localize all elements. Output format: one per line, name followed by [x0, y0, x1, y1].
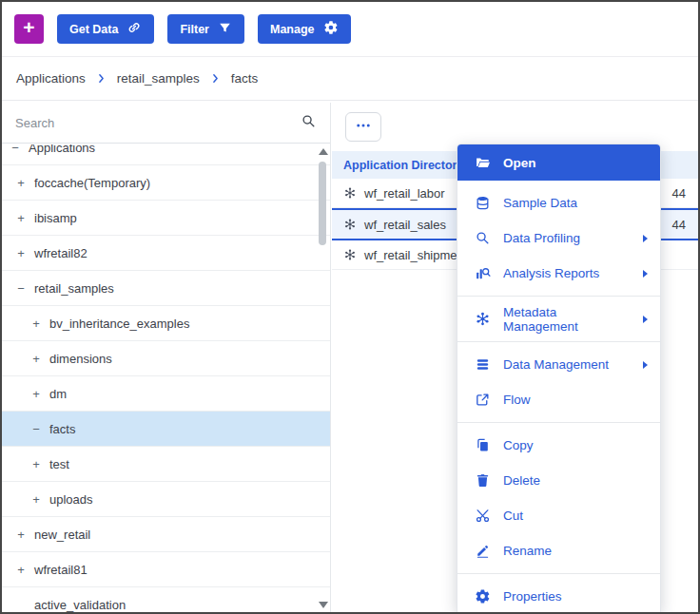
tree-item-bv-inheritance-examples[interactable]: +bv_inheritance_examples: [2, 306, 330, 341]
chart-search-icon: [475, 265, 491, 281]
tree-item-facts[interactable]: −facts: [2, 412, 330, 447]
expand-icon[interactable]: +: [29, 492, 43, 507]
expand-icon[interactable]: +: [29, 457, 43, 471]
menu-item-label: Metadata Management: [503, 305, 631, 334]
add-button[interactable]: +: [14, 14, 44, 44]
manage-button[interactable]: Manage: [258, 14, 351, 44]
tree-item-label: dimensions: [49, 352, 112, 366]
manage-label: Manage: [270, 23, 315, 36]
row-meta: 44: [672, 186, 686, 201]
breadcrumb: Applications retail_samples facts: [2, 57, 698, 101]
tree-item-label: uploads: [49, 492, 93, 507]
expand-icon[interactable]: +: [14, 211, 28, 225]
menu-group: Copy Delete Cut Rename: [457, 423, 660, 573]
menu-item-label: Data Profiling: [503, 231, 580, 245]
collapse-icon[interactable]: −: [29, 422, 43, 436]
table-header-label: Application Directories: [343, 159, 474, 172]
submenu-arrow-icon: [643, 361, 648, 369]
tree-item-wfretail81[interactable]: +wfretail81: [2, 552, 330, 587]
get-data-label: Get Data: [69, 23, 118, 36]
magnifier-icon: [475, 230, 491, 246]
tree-scrollbar[interactable]: [317, 146, 328, 610]
expand-icon[interactable]: +: [29, 317, 43, 331]
tree-item-dimensions[interactable]: +dimensions: [2, 341, 330, 376]
gear-icon: [323, 20, 339, 38]
tree-item-new-retail[interactable]: +new_retail: [2, 517, 330, 552]
metadata-node-icon: [475, 311, 491, 327]
application-window: + Get Data Filter Manage Applications re…: [0, 0, 700, 614]
menu-item-properties[interactable]: Properties: [457, 579, 660, 612]
menu-item-label: Rename: [503, 544, 552, 558]
folder-tree: −Applications +foccache(Temporary) +ibis…: [2, 144, 330, 612]
menu-item-data-profiling[interactable]: Data Profiling: [457, 221, 660, 256]
search-icon[interactable]: [301, 113, 317, 133]
menu-item-delete[interactable]: Delete: [457, 463, 660, 498]
chevron-right-icon: [209, 72, 222, 85]
tree-item-foccache[interactable]: +foccache(Temporary): [2, 165, 330, 201]
menu-item-data-management[interactable]: Data Management: [457, 347, 660, 382]
scrollbar-thumb[interactable]: [319, 162, 326, 245]
tree-item-label: dm: [49, 387, 67, 401]
menu-item-copy[interactable]: Copy: [457, 428, 660, 463]
menu-item-label: Copy: [503, 438, 534, 452]
expand-icon[interactable]: +: [14, 528, 28, 542]
expand-icon[interactable]: +: [29, 387, 43, 401]
folder-open-icon: [475, 155, 491, 171]
more-options-button[interactable]: [345, 112, 381, 142]
collapse-icon[interactable]: −: [14, 281, 28, 296]
rename-icon: [475, 543, 491, 559]
tree-item-test[interactable]: +test: [2, 447, 330, 482]
tree-item-applications[interactable]: −Applications: [2, 144, 330, 165]
menu-item-flow[interactable]: Flow: [457, 382, 660, 417]
tree-item-uploads[interactable]: +uploads: [2, 482, 330, 517]
ellipsis-icon: [355, 117, 372, 137]
menu-item-sample-data[interactable]: Sample Data: [457, 185, 660, 221]
submenu-arrow-icon: [643, 316, 648, 323]
breadcrumb-facts[interactable]: facts: [231, 71, 259, 86]
collapse-icon[interactable]: −: [9, 144, 22, 155]
metadata-node-icon: [343, 248, 357, 261]
tree-item-label: test: [49, 457, 69, 471]
funnel-icon: [218, 21, 232, 38]
menu-item-label: Sample Data: [503, 196, 577, 210]
menu-group: Properties: [457, 574, 660, 612]
tree-item-label: Applications: [29, 144, 95, 155]
menu-item-label: Cut: [503, 508, 523, 523]
expand-icon[interactable]: +: [14, 563, 28, 577]
menu-item-open[interactable]: Open: [457, 144, 660, 181]
menu-item-label: Data Management: [503, 357, 609, 372]
menu-item-rename[interactable]: Rename: [457, 533, 660, 568]
submenu-arrow-icon: [643, 270, 648, 278]
toolbar: + Get Data Filter Manage: [2, 2, 698, 57]
tree-item-dm[interactable]: +dm: [2, 376, 330, 412]
search-input[interactable]: [15, 116, 293, 130]
get-data-button[interactable]: Get Data: [57, 14, 154, 44]
expand-icon[interactable]: +: [14, 176, 28, 190]
tree-item-active-validation[interactable]: active_validation: [2, 587, 330, 612]
breadcrumb-retail-samples[interactable]: retail_samples: [117, 71, 200, 86]
tree-item-ibisamp[interactable]: +ibisamp: [2, 201, 330, 236]
menu-item-metadata-management[interactable]: Metadata Management: [457, 301, 660, 336]
expand-icon[interactable]: +: [14, 246, 28, 260]
file-name: wf_retail_sales: [364, 218, 446, 232]
filter-button[interactable]: Filter: [167, 14, 244, 44]
expand-icon[interactable]: +: [29, 352, 43, 366]
scroll-down-icon[interactable]: [319, 602, 328, 608]
context-menu: Open Sample Data Data Profiling Analysis…: [457, 144, 661, 612]
tree-item-label: foccache(Temporary): [34, 176, 150, 190]
breadcrumb-applications[interactable]: Applications: [16, 71, 86, 86]
menu-item-label: Delete: [503, 473, 540, 488]
layers-icon: [475, 356, 491, 373]
scroll-up-icon[interactable]: [319, 148, 328, 155]
tree-item-label: retail_samples: [34, 281, 114, 296]
menu-group: Sample Data Data Profiling Analysis Repo…: [457, 181, 660, 296]
tree-item-wfretail82[interactable]: +wfretail82: [2, 236, 330, 271]
tree-item-label: ibisamp: [34, 211, 77, 225]
menu-item-analysis-reports[interactable]: Analysis Reports: [457, 256, 660, 291]
tree-item-retail-samples[interactable]: −retail_samples: [2, 271, 330, 306]
menu-item-cut[interactable]: Cut: [457, 498, 660, 533]
tree-item-label: active_validation: [34, 598, 126, 612]
copy-icon: [475, 437, 491, 453]
flow-icon: [475, 392, 491, 408]
trash-icon: [475, 472, 491, 489]
